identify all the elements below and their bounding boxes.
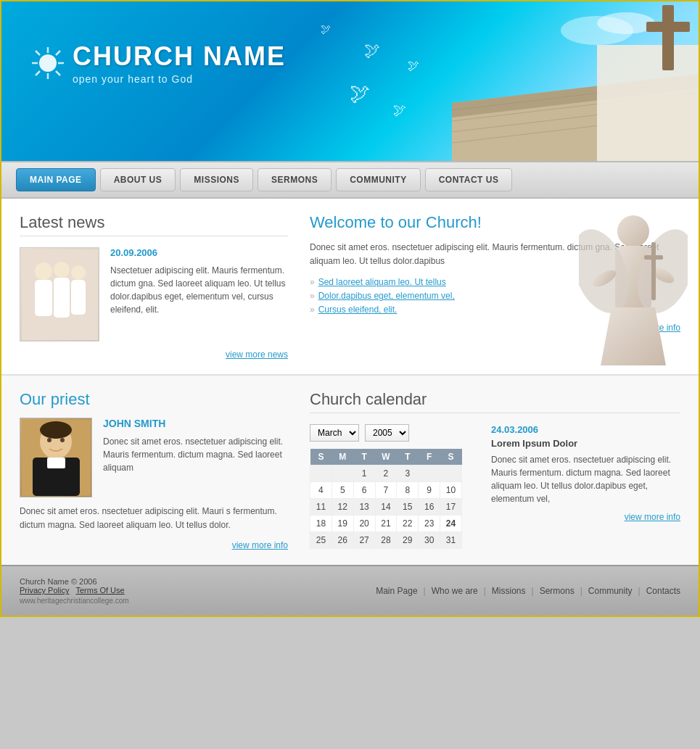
angel-image bbox=[579, 206, 688, 365]
svg-rect-18 bbox=[662, 5, 674, 70]
cal-day[interactable]: 9 bbox=[419, 482, 440, 499]
nav-about-us[interactable]: ABOUT US bbox=[100, 168, 176, 191]
event-text: Donec sit amet eros. nsectetuer adipisci… bbox=[491, 453, 680, 505]
cal-day[interactable]: 1 bbox=[353, 465, 375, 482]
calendar-table: S M T W T F S 12345678910111213141516171… bbox=[310, 449, 462, 549]
cal-day[interactable]: 17 bbox=[440, 499, 462, 516]
calendar-section: Church calendar March 2005 bbox=[310, 390, 680, 550]
cal-day bbox=[332, 465, 353, 482]
cal-day[interactable]: 4 bbox=[310, 482, 332, 499]
svg-point-0 bbox=[39, 54, 57, 72]
footer-privacy-link[interactable]: Privacy Policy bbox=[20, 586, 69, 595]
footer-nav-contacts[interactable]: Contacts bbox=[646, 586, 680, 596]
welcome-link-2-a[interactable]: Dolor.dapibus eget, elementum vel, bbox=[318, 291, 455, 301]
nav-bar: MAIN PAGE ABOUT US MISSIONS SERMONS COMM… bbox=[1, 161, 699, 199]
welcome-link-1-a[interactable]: Sed laoreet aliquam leo. Ut tellus bbox=[318, 277, 446, 287]
news-text: Nsectetuer adipiscing elit. Mauris ferme… bbox=[110, 264, 288, 316]
priest-full-text: Donec sit amet eros. nsectetuer adipisci… bbox=[20, 505, 288, 532]
priest-title: Our priest bbox=[20, 390, 288, 409]
svg-line-5 bbox=[36, 51, 40, 55]
cal-day[interactable]: 27 bbox=[353, 532, 375, 549]
nav-main-page[interactable]: MAIN PAGE bbox=[16, 168, 96, 191]
cal-day[interactable]: 12 bbox=[332, 499, 353, 516]
cal-day[interactable]: 16 bbox=[419, 499, 440, 516]
nav-contact-us[interactable]: CONTACT US bbox=[425, 168, 513, 191]
svg-rect-35 bbox=[644, 255, 663, 260]
svg-point-23 bbox=[54, 262, 70, 278]
month-select[interactable]: March bbox=[310, 424, 359, 442]
cal-day[interactable]: 10 bbox=[440, 482, 462, 499]
cal-header-m: M bbox=[332, 449, 353, 465]
calendar-title: Church calendar bbox=[310, 390, 680, 413]
bottom-content: Our priest bbox=[1, 374, 699, 565]
cal-header-f: F bbox=[419, 449, 440, 465]
nav-sermons[interactable]: SERMONS bbox=[258, 168, 332, 191]
cal-day[interactable]: 26 bbox=[332, 532, 353, 549]
footer-nav-sermons[interactable]: Sermons bbox=[540, 586, 575, 596]
priest-view-more-link[interactable]: view more info bbox=[232, 540, 288, 550]
footer-links: Privacy Policy Terms Of Use bbox=[20, 586, 129, 595]
logo-text: CHURCH NAME open your heart to God bbox=[73, 41, 286, 85]
year-select[interactable]: 2005 bbox=[365, 424, 409, 442]
news-image bbox=[20, 247, 99, 342]
news-image-svg bbox=[22, 249, 98, 340]
angel-svg bbox=[579, 206, 688, 365]
welcome-link-3-a[interactable]: Cursus eleifend, elit. bbox=[318, 305, 398, 315]
cal-day[interactable]: 28 bbox=[375, 532, 397, 549]
svg-marker-33 bbox=[601, 307, 666, 365]
cal-day[interactable]: 15 bbox=[397, 499, 419, 516]
svg-point-25 bbox=[71, 265, 86, 280]
event-title: Lorem Ipsum Dolor bbox=[491, 438, 680, 449]
svg-rect-22 bbox=[35, 280, 52, 316]
cal-day[interactable]: 29 bbox=[397, 532, 419, 549]
nav-community[interactable]: COMMUNITY bbox=[336, 168, 421, 191]
footer-terms-link[interactable]: Terms Of Use bbox=[75, 586, 124, 595]
page-wrapper: 🕊 🕊 🕊 🕊 🕊 CHURCH NAME bbox=[0, 0, 700, 617]
footer-left: Church Name © 2006 Privacy Policy Terms … bbox=[20, 577, 129, 605]
news-view-more-link[interactable]: view more news bbox=[226, 349, 288, 360]
svg-line-6 bbox=[56, 71, 60, 75]
cal-day[interactable]: 22 bbox=[397, 516, 419, 532]
cal-day[interactable]: 14 bbox=[375, 499, 397, 516]
calendar-controls: March 2005 bbox=[310, 424, 462, 442]
cal-day[interactable]: 19 bbox=[332, 516, 353, 532]
footer-nav-who[interactable]: Who we are bbox=[432, 586, 478, 596]
cal-header-w: W bbox=[375, 449, 397, 465]
footer-nav: Main Page | Who we are | Missions | Serm… bbox=[376, 586, 680, 596]
footer-nav-main[interactable]: Main Page bbox=[376, 586, 417, 596]
cal-day[interactable]: 31 bbox=[440, 532, 462, 549]
dove-icon: 🕊 bbox=[321, 23, 331, 35]
footer-watermark: www.heritagechristiancollege.com bbox=[20, 597, 129, 605]
svg-line-8 bbox=[36, 71, 40, 75]
cal-day[interactable]: 23 bbox=[419, 516, 440, 532]
cal-day[interactable]: 2 bbox=[375, 465, 397, 482]
cal-day[interactable]: 25 bbox=[310, 532, 332, 549]
footer-nav-missions[interactable]: Missions bbox=[492, 586, 526, 596]
priest-desc: Donec sit amet eros. nsectetuer adipisci… bbox=[103, 435, 288, 474]
event-view-more-link[interactable]: view more info bbox=[625, 512, 680, 522]
cal-day[interactable]: 20 bbox=[353, 516, 375, 532]
event-date: 24.03.2006 bbox=[491, 424, 680, 435]
cal-day[interactable]: 5 bbox=[332, 482, 353, 499]
news-item: 20.09.2006 Nsectetuer adipiscing elit. M… bbox=[20, 247, 288, 342]
news-view-more: view more news bbox=[20, 349, 288, 360]
nav-missions[interactable]: MISSIONS bbox=[180, 168, 253, 191]
cal-day[interactable]: 11 bbox=[310, 499, 332, 516]
svg-line-7 bbox=[56, 51, 60, 55]
priest-desc-text: Donec sit amet eros. nsectetuer adipisci… bbox=[103, 436, 283, 473]
cal-day[interactable]: 21 bbox=[375, 516, 397, 532]
cal-day[interactable]: 24 bbox=[440, 516, 462, 532]
main-content: Latest news 20.09.2 bbox=[1, 199, 699, 374]
cal-day[interactable]: 18 bbox=[310, 516, 332, 532]
news-details: 20.09.2006 Nsectetuer adipiscing elit. M… bbox=[110, 247, 288, 342]
cal-day[interactable]: 3 bbox=[397, 465, 419, 482]
cal-day[interactable]: 7 bbox=[375, 482, 397, 499]
cal-day[interactable]: 13 bbox=[353, 499, 375, 516]
cal-day[interactable]: 8 bbox=[397, 482, 419, 499]
footer: Church Name © 2006 Privacy Policy Terms … bbox=[1, 565, 699, 616]
cal-day[interactable]: 6 bbox=[353, 482, 375, 499]
cal-header-s1: S bbox=[310, 449, 332, 465]
cal-day[interactable]: 30 bbox=[419, 532, 440, 549]
cal-header-t1: T bbox=[353, 449, 375, 465]
footer-nav-community[interactable]: Community bbox=[588, 586, 633, 596]
